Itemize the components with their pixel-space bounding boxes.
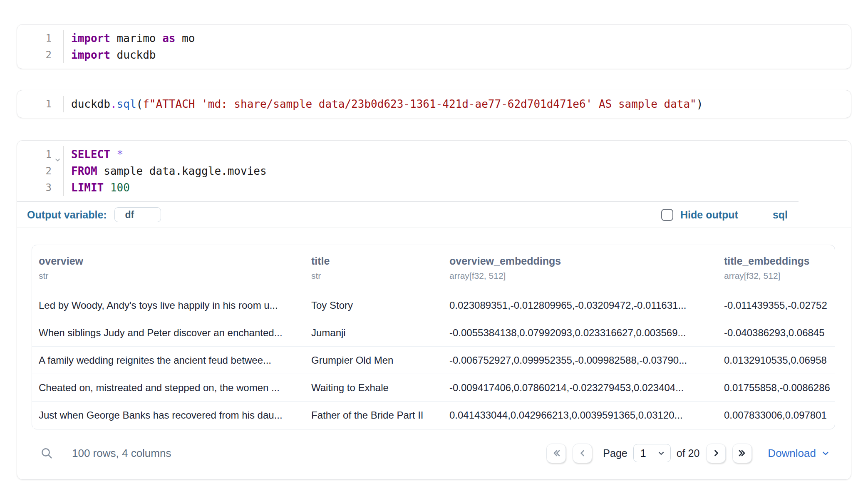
table-cell: Jumanji: [305, 319, 443, 347]
table-cell: 0.023089351,-0.012809965,-0.03209472,-0.…: [443, 292, 717, 319]
table-header-row: overviewstrtitlestroverview_embeddingsar…: [32, 245, 835, 292]
first-page-button[interactable]: [546, 444, 566, 463]
dataframe-table: overviewstrtitlestroverview_embeddingsar…: [32, 245, 835, 429]
table-row[interactable]: A family wedding reignites the ancient f…: [32, 347, 835, 374]
table-footer: 100 rows, 4 columns Page 1: [32, 440, 835, 466]
code-line[interactable]: duckdb.sql(f"ATTACH 'md:_share/sample_da…: [71, 96, 851, 112]
output-toolbar: Output variable: Hide output sql: [17, 202, 851, 228]
chevron-down-icon: [821, 449, 830, 458]
table-cell: Waiting to Exhale: [305, 374, 443, 402]
download-button[interactable]: Download: [768, 447, 830, 460]
table-cell: 0.0132910535,0.06958: [717, 347, 835, 374]
code-lines[interactable]: import marimo as moimport duckdb: [64, 30, 851, 63]
download-label: Download: [768, 447, 816, 460]
notebook: 12 import marimo as moimport duckdb 1 du…: [0, 24, 868, 480]
page-number-value: 1: [640, 447, 646, 459]
line-number-gutter: 1: [17, 96, 64, 112]
chevron-down-icon: [657, 449, 665, 457]
code-cell-attach: 1 duckdb.sql(f"ATTACH 'md:_share/sample_…: [17, 90, 851, 118]
row-count-summary: 100 rows, 4 columns: [72, 447, 171, 460]
table-cell: Grumpier Old Men: [305, 347, 443, 374]
table-cell: When siblings Judy and Peter discover an…: [32, 319, 305, 347]
page-total-label: of 20: [677, 447, 700, 459]
code-line[interactable]: LIMIT 100: [71, 179, 851, 196]
line-number: 2: [17, 47, 63, 63]
search-icon[interactable]: [32, 446, 53, 460]
column-header[interactable]: overviewstr: [32, 245, 305, 292]
next-page-button[interactable]: [706, 444, 726, 463]
hide-output-checkbox[interactable]: [661, 209, 673, 221]
line-number: 2: [17, 163, 63, 179]
line-number: 1: [17, 146, 63, 163]
table-cell: -0.006752927,0.099952355,-0.009982588,-0…: [443, 347, 717, 374]
page-number-select[interactable]: 1: [633, 444, 671, 462]
code-line[interactable]: import marimo as mo: [71, 30, 851, 47]
table-cell: 0.007833006,0.097801: [717, 402, 835, 429]
line-number: 1: [17, 96, 63, 112]
output-variable-label: Output variable:: [27, 209, 107, 221]
table-cell: -0.0055384138,0.07992093,0.023316627,0.0…: [443, 319, 717, 347]
table-cell: -0.011439355,-0.02752: [717, 292, 835, 319]
table-cell: Toy Story: [305, 292, 443, 319]
column-name: overview_embeddings: [449, 255, 717, 267]
code-editor[interactable]: 1 duckdb.sql(f"ATTACH 'md:_share/sample_…: [17, 90, 851, 118]
sql-cell: 123 SELECT *FROM sample_data.kaggle.movi…: [17, 140, 851, 480]
code-editor[interactable]: 123 SELECT *FROM sample_data.kaggle.movi…: [17, 141, 851, 201]
table-cell: Cheated on, mistreated and stepped on, t…: [32, 374, 305, 402]
toolbar-divider: [755, 206, 755, 224]
column-name: title_embeddings: [724, 255, 835, 267]
column-dtype: str: [311, 271, 443, 292]
column-dtype: array[f32, 512]: [724, 271, 835, 292]
column-name: overview: [39, 255, 305, 267]
cell-output-area: overviewstrtitlestroverview_embeddingsar…: [17, 228, 851, 479]
line-number-gutter: 12: [17, 30, 64, 63]
column-header[interactable]: overview_embeddingsarray[f32, 512]: [443, 245, 717, 292]
table-body: Led by Woody, Andy's toys live happily i…: [32, 292, 835, 429]
table-cell: 0.041433044,0.042966213,0.0039591365,0.0…: [443, 402, 717, 429]
table-row[interactable]: Just when George Banks has recovered fro…: [32, 402, 835, 429]
line-number: 3: [17, 179, 63, 196]
code-lines[interactable]: duckdb.sql(f"ATTACH 'md:_share/sample_da…: [64, 96, 851, 112]
column-dtype: array[f32, 512]: [449, 271, 717, 292]
code-line[interactable]: SELECT *: [71, 146, 851, 163]
column-header[interactable]: title_embeddingsarray[f32, 512]: [717, 245, 835, 292]
code-line[interactable]: FROM sample_data.kaggle.movies: [71, 163, 851, 179]
column-name: title: [311, 255, 443, 267]
last-page-button[interactable]: [732, 444, 752, 463]
previous-page-button[interactable]: [573, 444, 592, 463]
table-row[interactable]: When siblings Judy and Peter discover an…: [32, 319, 835, 347]
code-line[interactable]: import duckdb: [71, 47, 851, 63]
code-editor[interactable]: 12 import marimo as moimport duckdb: [17, 25, 851, 69]
table-cell: 0.01755858,-0.0086286: [717, 374, 835, 402]
table-cell: Just when George Banks has recovered fro…: [32, 402, 305, 429]
language-badge[interactable]: sql: [773, 209, 788, 221]
column-dtype: str: [39, 271, 305, 292]
table-row[interactable]: Led by Woody, Andy's toys live happily i…: [32, 292, 835, 319]
table-cell: -0.009417406,0.07860214,-0.023279453,0.0…: [443, 374, 717, 402]
line-number: 1: [17, 30, 63, 47]
table-row[interactable]: Cheated on, mistreated and stepped on, t…: [32, 374, 835, 402]
table-cell: A family wedding reignites the ancient f…: [32, 347, 305, 374]
output-variable-input[interactable]: [114, 207, 161, 222]
code-cell-imports: 12 import marimo as moimport duckdb: [17, 24, 851, 69]
table-cell: -0.040386293,0.06845: [717, 319, 835, 347]
table-cell: Father of the Bride Part II: [305, 402, 443, 429]
code-lines[interactable]: SELECT *FROM sample_data.kaggle.moviesLI…: [64, 146, 851, 196]
line-number-gutter: 123: [17, 146, 64, 196]
table-cell: Led by Woody, Andy's toys live happily i…: [32, 292, 305, 319]
column-header[interactable]: titlestr: [305, 245, 443, 292]
page-label: Page: [603, 447, 627, 459]
hide-output-label[interactable]: Hide output: [680, 209, 738, 221]
